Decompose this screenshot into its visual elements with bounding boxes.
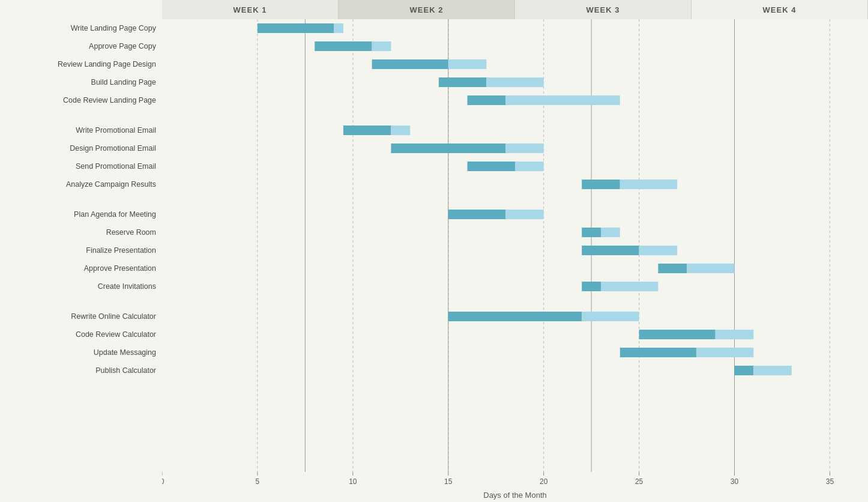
- svg-rect-33: [468, 162, 515, 171]
- svg-text:25: 25: [635, 477, 643, 486]
- gantt-chart: WEEK 1 WEEK 2 WEEK 3 WEEK 4 Write Landin…: [0, 0, 868, 502]
- svg-text:Publish Calculator: Publish Calculator: [95, 366, 156, 375]
- svg-rect-27: [343, 126, 391, 135]
- week-header-4: WEEK 4: [692, 0, 868, 19]
- svg-text:10: 10: [349, 477, 357, 486]
- svg-rect-15: [315, 41, 372, 51]
- svg-text:Finalize Presentation: Finalize Presentation: [86, 246, 156, 255]
- svg-rect-63: [735, 366, 754, 375]
- svg-rect-45: [582, 246, 639, 255]
- svg-text:Plan Agenda for Meeting: Plan Agenda for Meeting: [74, 210, 156, 219]
- svg-rect-16: [372, 41, 391, 51]
- svg-text:Build Landing Page: Build Landing Page: [91, 78, 156, 86]
- svg-text:Rewrite Online Calculator: Rewrite Online Calculator: [71, 312, 156, 321]
- x-axis-label: Days of the Month: [162, 491, 868, 500]
- svg-text:Code Review Calculator: Code Review Calculator: [76, 330, 156, 339]
- svg-rect-19: [448, 59, 487, 69]
- svg-text:30: 30: [731, 477, 739, 486]
- svg-rect-55: [582, 312, 639, 321]
- svg-rect-61: [696, 348, 753, 357]
- svg-rect-49: [687, 264, 734, 273]
- svg-text:Review Landing Page Design: Review Landing Page Design: [58, 60, 156, 68]
- svg-rect-31: [505, 144, 544, 153]
- svg-rect-30: [391, 144, 505, 153]
- svg-rect-51: [582, 282, 601, 291]
- svg-rect-36: [582, 180, 620, 189]
- svg-text:0: 0: [162, 477, 164, 486]
- svg-rect-13: [334, 23, 343, 33]
- svg-text:Update Messaging: Update Messaging: [94, 348, 156, 357]
- x-axis: 05101520253035 Days of the Month: [162, 472, 868, 502]
- svg-rect-24: [468, 95, 506, 105]
- svg-rect-46: [639, 246, 678, 255]
- svg-rect-58: [716, 330, 754, 339]
- svg-rect-39: [448, 210, 505, 219]
- svg-text:15: 15: [444, 477, 453, 486]
- svg-text:Reserve Room: Reserve Room: [106, 228, 156, 237]
- svg-rect-64: [753, 366, 792, 375]
- svg-text:Send Promotional Email: Send Promotional Email: [76, 162, 156, 171]
- svg-text:5: 5: [256, 477, 260, 486]
- svg-text:Approve Presentation: Approve Presentation: [84, 264, 156, 273]
- week-headers: WEEK 1 WEEK 2 WEEK 3 WEEK 4: [162, 0, 868, 19]
- svg-rect-21: [439, 77, 486, 87]
- svg-rect-57: [639, 330, 716, 339]
- svg-rect-12: [258, 23, 334, 33]
- svg-rect-18: [372, 59, 448, 69]
- svg-text:Write Promotional Email: Write Promotional Email: [76, 126, 156, 135]
- svg-rect-42: [582, 228, 601, 237]
- svg-text:Analyze Campaign Results: Analyze Campaign Results: [66, 180, 156, 189]
- week-header-1: WEEK 1: [162, 0, 339, 19]
- svg-text:Code Review Landing Page: Code Review Landing Page: [63, 96, 156, 104]
- svg-text:Write Landing Page Copy: Write Landing Page Copy: [71, 24, 157, 32]
- svg-rect-54: [448, 312, 582, 321]
- svg-text:Approve Page Copy: Approve Page Copy: [89, 42, 157, 50]
- week-header-3: WEEK 3: [515, 0, 692, 19]
- svg-text:35: 35: [826, 477, 834, 486]
- week-header-2: WEEK 2: [339, 0, 515, 19]
- svg-text:Design Promotional Email: Design Promotional Email: [70, 144, 156, 153]
- svg-text:20: 20: [540, 477, 548, 486]
- svg-rect-28: [391, 126, 410, 135]
- svg-rect-22: [486, 77, 543, 87]
- svg-rect-48: [658, 264, 687, 273]
- svg-rect-40: [505, 210, 544, 219]
- svg-rect-25: [505, 95, 620, 105]
- svg-rect-43: [601, 228, 620, 237]
- svg-rect-34: [515, 162, 544, 171]
- svg-rect-52: [601, 282, 658, 291]
- svg-rect-60: [620, 348, 696, 357]
- svg-text:Create Invitations: Create Invitations: [98, 282, 156, 291]
- svg-rect-37: [620, 180, 677, 189]
